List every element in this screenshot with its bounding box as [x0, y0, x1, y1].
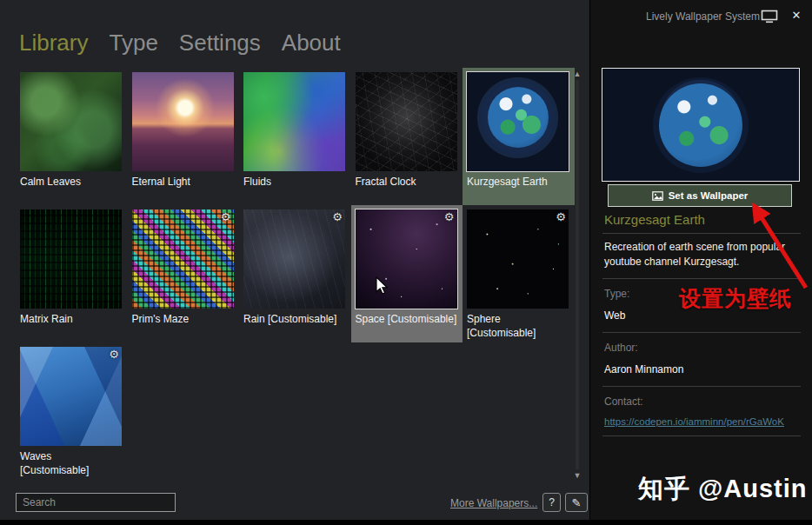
edit-button[interactable]: ✎ [565, 493, 588, 512]
wallpaper-label: Prim's Maze [132, 313, 236, 327]
wallpaper-thumbnail[interactable]: ⚙ [20, 347, 122, 446]
tab-library[interactable]: Library [19, 30, 88, 56]
wallpaper-tile[interactable]: ⚙Prim's Maze [128, 205, 240, 342]
help-button[interactable]: ? [542, 493, 561, 512]
gear-icon[interactable]: ⚙ [444, 211, 455, 223]
gear-icon[interactable]: ⚙ [332, 211, 343, 223]
wallpaper-label: Calm Leaves [20, 176, 123, 189]
separator [602, 435, 801, 436]
wallpaper-thumbnail[interactable] [356, 72, 457, 171]
nav-tabs: LibraryTypeSettingsAbout [19, 30, 341, 56]
gear-icon[interactable]: ⚙ [109, 349, 119, 360]
gear-icon[interactable]: ⚙ [221, 211, 231, 223]
wallpaper-thumbnail[interactable] [467, 72, 569, 171]
wallpaper-label: Space [Customisable] [356, 313, 459, 327]
separator [602, 332, 801, 333]
wallpaper-thumbnail[interactable] [132, 72, 234, 171]
window-title: Lively Wallpaper System [646, 10, 760, 23]
scrollbar[interactable]: ▲ ▼ [570, 70, 584, 480]
wallpaper-thumbnail[interactable] [20, 72, 122, 171]
wallpaper-thumbnail[interactable]: ⚙ [243, 209, 345, 309]
wallpaper-title: Kurzgesagt Earth [604, 212, 801, 227]
wallpaper-tile[interactable]: Fractal Clock [351, 68, 463, 205]
separator [602, 278, 801, 279]
wallpaper-label: Waves [Customisable] [20, 450, 123, 477]
scrollbar-track[interactable] [576, 80, 579, 469]
wallpaper-label: Fluids [243, 176, 347, 189]
annotation-text: 设置为壁纸 [679, 284, 792, 313]
wallpaper-tile[interactable]: Kurzgesagt Earth [463, 68, 575, 205]
wallpaper-icon [652, 191, 663, 201]
monitor-icon [761, 10, 778, 23]
author-label: Author: [604, 342, 799, 354]
wallpaper-description: Recreation of earth scene from popular y… [604, 240, 799, 269]
wallpaper-tile[interactable]: ⚙Waves [Customisable] [16, 342, 128, 480]
wallpaper-label: Matrix Rain [20, 313, 123, 327]
app-window: LibraryTypeSettingsAbout Calm LeavesEter… [0, 0, 812, 520]
tab-type[interactable]: Type [109, 30, 157, 56]
separator [602, 386, 801, 387]
watermark: 知乎 @Austin [638, 472, 808, 507]
wallpaper-label: Sphere [Customisable] [467, 313, 570, 340]
set-as-wallpaper-label: Set as Wallpaper [669, 190, 749, 201]
scroll-down-icon[interactable]: ▼ [570, 471, 584, 480]
separator [602, 233, 801, 234]
edit-icon: ✎ [572, 496, 582, 509]
wallpaper-tile[interactable]: ⚙Sphere [Customisable] [463, 205, 575, 342]
wallpaper-tile[interactable]: Eternal Light [128, 68, 240, 205]
set-as-wallpaper-button[interactable]: Set as Wallpaper [608, 184, 792, 207]
wallpaper-label: Fractal Clock [356, 176, 459, 189]
wallpaper-thumbnail[interactable]: ⚙ [132, 209, 234, 309]
gear-icon[interactable]: ⚙ [556, 211, 566, 223]
tab-about[interactable]: About [282, 30, 341, 56]
more-wallpapers-link[interactable]: More Wallpapers... [450, 497, 537, 509]
wallpaper-tile[interactable]: ⚙Space [Customisable] [351, 205, 463, 342]
wallpaper-thumbnail[interactable] [243, 72, 345, 171]
wallpaper-label: Rain [Customisable] [243, 313, 347, 327]
wallpaper-info: Kurzgesagt Earth Recreation of earth sce… [602, 212, 801, 442]
library-pane: LibraryTypeSettingsAbout Calm LeavesEter… [0, 0, 589, 520]
wallpaper-tile[interactable]: Matrix Rain [16, 205, 128, 342]
wallpaper-tile[interactable]: ⚙Rain [Customisable] [239, 205, 351, 342]
contact-link[interactable]: https://codepen.io/iamminn/pen/rGaWoK [604, 416, 784, 427]
search-input[interactable] [16, 493, 176, 512]
detail-pane: Lively Wallpaper System ✕ Set as Wallpap… [590, 0, 812, 520]
close-icon[interactable]: ✕ [789, 8, 803, 22]
wallpaper-thumbnail[interactable]: ⚙ [356, 209, 457, 309]
wallpaper-thumbnail[interactable] [20, 209, 122, 309]
author-value: Aaron Minnamon [604, 363, 799, 375]
wallpaper-thumbnail[interactable]: ⚙ [467, 209, 569, 309]
wallpaper-preview [602, 68, 800, 182]
wallpaper-tile[interactable]: Calm Leaves [16, 68, 128, 205]
wallpaper-label: Kurzgesagt Earth [467, 176, 570, 189]
wallpaper-label: Eternal Light [132, 176, 236, 189]
tab-settings[interactable]: Settings [179, 30, 261, 56]
scroll-up-icon[interactable]: ▲ [570, 70, 584, 78]
wallpaper-grid: Calm LeavesEternal LightFluidsFractal Cl… [16, 68, 576, 480]
wallpaper-tile[interactable]: Fluids [239, 68, 351, 205]
contact-label: Contact: [604, 395, 799, 408]
